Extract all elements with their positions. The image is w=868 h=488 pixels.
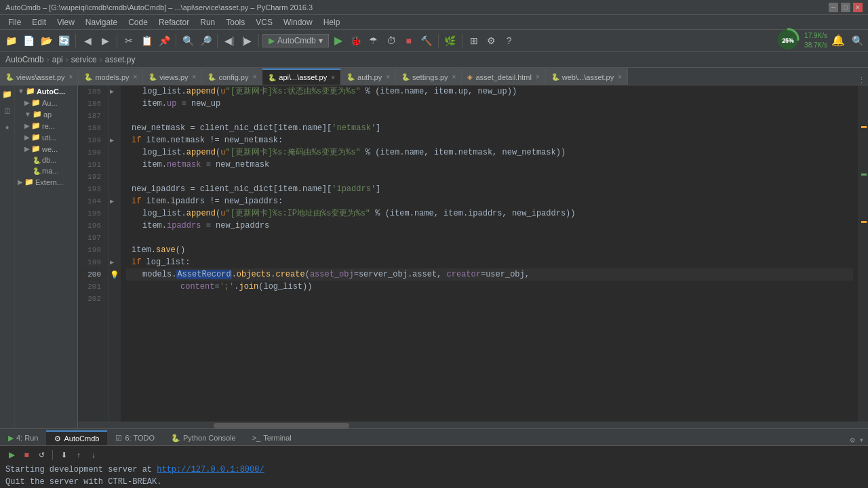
- tab-views-asset[interactable]: 🐍 views\asset.py ×: [0, 68, 79, 85]
- tab-close-icon[interactable]: ×: [69, 73, 73, 81]
- console-toolbar: ▶ ■ ↺ ⬇ ↑ ↓: [5, 449, 863, 461]
- close-button[interactable]: ✕: [853, 3, 863, 12]
- menu-tools[interactable]: Tools: [220, 16, 250, 28]
- maximize-button[interactable]: □: [841, 3, 850, 12]
- forward-button[interactable]: ▶: [97, 33, 113, 49]
- tree-ma-file[interactable]: 🐍 ma...: [15, 165, 77, 176]
- h-scroll-thumb[interactable]: [214, 423, 349, 428]
- find-usages-button[interactable]: 🔎: [197, 33, 214, 49]
- tab-api-asset[interactable]: 🐍 api\...\asset.py ×: [262, 68, 341, 85]
- tab-models[interactable]: 🐍 models.py ×: [79, 68, 143, 85]
- menu-navigate[interactable]: Navigate: [80, 16, 123, 28]
- menu-run[interactable]: Run: [195, 16, 220, 28]
- run-config-dropdown[interactable]: ▶ AutoCmdb ▾: [262, 34, 329, 47]
- tab-asset-detail[interactable]: ◈ asset_detail.html ×: [462, 68, 545, 85]
- console-restart-button[interactable]: ↺: [35, 449, 47, 461]
- menu-vcs[interactable]: VCS: [250, 16, 278, 28]
- horizontal-scrollbar[interactable]: [78, 422, 868, 428]
- code-content[interactable]: log_list.append(u"[更新网卡]%s:状态由%s变更为%s" %…: [121, 85, 859, 422]
- run-button[interactable]: ▶: [330, 33, 347, 49]
- update-icon[interactable]: 🔔: [831, 34, 845, 47]
- tab-auth[interactable]: 🐍 auth.py ×: [341, 68, 396, 85]
- tree-uti-folder[interactable]: ▶ 📁 uti...: [15, 131, 77, 143]
- profile-button[interactable]: ⏱: [383, 33, 399, 49]
- tab-close-icon[interactable]: ×: [386, 73, 390, 81]
- tab-close-icon[interactable]: ×: [252, 73, 256, 81]
- menu-window[interactable]: Window: [278, 16, 318, 28]
- tab-close-icon[interactable]: ×: [331, 74, 335, 81]
- tab-close-icon[interactable]: ×: [134, 73, 138, 81]
- help-button[interactable]: ?: [501, 33, 517, 49]
- find-button[interactable]: 🔍: [180, 33, 196, 49]
- tree-we-folder[interactable]: ▶ 📁 we...: [15, 143, 77, 155]
- lamp-icon-200[interactable]: 💡: [110, 268, 119, 281]
- menu-file[interactable]: File: [3, 16, 26, 28]
- build-button[interactable]: 🔨: [418, 33, 435, 49]
- paste-button[interactable]: 📌: [156, 33, 172, 49]
- console-run-button[interactable]: ▶: [5, 449, 18, 461]
- cut-button[interactable]: ✂: [121, 33, 137, 49]
- menu-refactor[interactable]: Refactor: [153, 16, 195, 28]
- settings-button[interactable]: ⚙: [484, 33, 500, 49]
- tab-views[interactable]: 🐍 views.py ×: [143, 68, 202, 85]
- bottom-tab-terminal[interactable]: >_ Terminal: [244, 430, 300, 445]
- minimize-button[interactable]: ─: [829, 3, 838, 12]
- bottom-tab-autocmdb[interactable]: ⚙ AutoCmdb: [46, 430, 107, 445]
- back-button[interactable]: ◀: [79, 33, 96, 49]
- favorites-icon[interactable]: ★: [1, 121, 14, 133]
- breadcrumb-autocmdb[interactable]: AutoCmdb: [5, 55, 44, 64]
- console-up-button[interactable]: ↑: [73, 449, 85, 461]
- project-view-button[interactable]: 📁: [3, 33, 19, 49]
- tree-db-file[interactable]: 🐍 db...: [15, 155, 77, 165]
- bottom-tab-todo[interactable]: ☑ 6: TODO: [107, 430, 163, 445]
- tab-config[interactable]: 🐍 config.py ×: [202, 68, 262, 85]
- run-config-label: AutoCmdb: [277, 36, 316, 45]
- breadcrumb-asset[interactable]: asset.py: [105, 55, 136, 64]
- tree-re-folder[interactable]: ▶ 📁 re...: [15, 120, 77, 131]
- code-line-189: if item.netmask != new_netmask:: [126, 134, 853, 146]
- coverage-button[interactable]: ☂: [366, 33, 382, 49]
- tree-au-folder[interactable]: ▶ 📁 Au...: [15, 97, 77, 108]
- code-editor[interactable]: 185 186 187 188 189 190 191 192 193 194 …: [78, 85, 868, 428]
- vcs-button[interactable]: 🌿: [442, 33, 458, 49]
- tab-web-asset[interactable]: 🐍 web\...\asset.py ×: [546, 68, 628, 85]
- tree-api-folder[interactable]: ▼ 📁 ap: [15, 108, 77, 120]
- tab-close-icon[interactable]: ×: [193, 73, 197, 81]
- project-icon[interactable]: 📁: [1, 88, 14, 100]
- sync-button[interactable]: 🔄: [56, 33, 72, 49]
- bottom-minimize-icon[interactable]: ▾: [859, 435, 864, 445]
- breadcrumb-service[interactable]: service: [71, 55, 97, 64]
- nav-prev-button[interactable]: ◀|: [221, 33, 237, 49]
- console-stop-button[interactable]: ■: [20, 449, 33, 461]
- console-scroll-end-button[interactable]: ⬇: [58, 449, 70, 461]
- tree-external-libs[interactable]: ▶ 📁 Extern...: [15, 176, 77, 188]
- bottom-gear-icon[interactable]: ⚙: [850, 435, 855, 445]
- nav-next-button[interactable]: |▶: [239, 33, 255, 49]
- folder-icon: 📁: [31, 121, 41, 130]
- breadcrumb-api[interactable]: api: [52, 55, 63, 64]
- tree-autocmdb-root[interactable]: ▼ 📁 AutoC...: [15, 85, 77, 97]
- tab-close-icon[interactable]: ×: [536, 73, 540, 81]
- menu-code[interactable]: Code: [123, 16, 153, 28]
- bottom-tab-python-console[interactable]: 🐍 Python Console: [163, 430, 244, 445]
- new-file-button[interactable]: 📄: [20, 33, 37, 49]
- copy-button[interactable]: 📋: [138, 33, 155, 49]
- console-down-button[interactable]: ↓: [87, 449, 100, 461]
- tab-close-icon[interactable]: ×: [618, 73, 622, 81]
- title-bar: AutoCmdb – [G:\wupeiqi\cmdb\cmdb\AutoCmd…: [0, 0, 868, 15]
- right-scroll-gutter[interactable]: [859, 85, 868, 422]
- terminal-button[interactable]: ⊞: [466, 33, 482, 49]
- py-file-icon: 🐍: [149, 73, 157, 81]
- menu-view[interactable]: View: [52, 16, 80, 28]
- search-everywhere-button[interactable]: 🔍: [849, 33, 865, 49]
- bottom-tab-run[interactable]: ▶ 4: Run: [0, 430, 46, 445]
- debug-button[interactable]: 🐞: [348, 33, 364, 49]
- stop-button[interactable]: ■: [401, 33, 417, 49]
- menu-edit[interactable]: Edit: [26, 16, 52, 28]
- tab-settings[interactable]: 🐍 settings.py ×: [396, 68, 462, 85]
- console-link[interactable]: http://127.0.0.1:8000/: [157, 465, 264, 474]
- structure-icon[interactable]: ◫: [1, 104, 14, 117]
- menu-help[interactable]: Help: [318, 16, 346, 28]
- open-file-button[interactable]: 📂: [38, 33, 54, 49]
- tab-close-icon[interactable]: ×: [452, 73, 456, 81]
